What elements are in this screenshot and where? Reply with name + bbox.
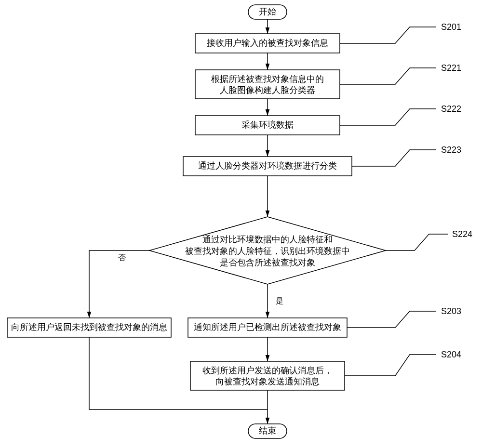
step-not-found: 向所述用户返回未找到被查找对象的消息 (7, 318, 171, 337)
step-s222: 采集环境数据 (195, 116, 340, 135)
flowchart-diagram: 开始 接收用户输入的被查找对象信息 S201 根据所述被查找对象信息中的 人脸图… (0, 0, 482, 448)
no-label: 否 (118, 253, 126, 262)
decision-s224: 通过对比环境数据中的人脸特征和 被查找对象的人脸特征，识别出环境数据中 是否包含… (149, 217, 386, 284)
step-s221: 根据所述被查找对象信息中的 人脸图像构建人脸分类器 (195, 70, 340, 99)
s222-text: 采集环境数据 (241, 120, 294, 130)
s223-label: S223 (441, 145, 461, 155)
callout-s222: S222 (340, 104, 461, 125)
s204-text1: 收到所述用户发送的确认消息后， (202, 366, 333, 375)
s223-text: 通过人脸分类器对环境数据进行分类 (198, 161, 337, 171)
s224-text3: 是否包含所述被查找对象 (220, 258, 315, 267)
callout-s223: S223 (352, 145, 461, 166)
callout-s221: S221 (340, 63, 461, 84)
step-s204: 收到所述用户发送的确认消息后， 向被查找对象发送通知消息 (190, 361, 345, 390)
start-node: 开始 (248, 5, 287, 19)
callout-s224: S224 (386, 229, 472, 250)
end-node: 结束 (248, 424, 287, 438)
step-s203: 通知所述用户已检测出所述被查找对象 (188, 318, 347, 337)
s201-label: S201 (441, 22, 461, 32)
s221-text1: 根据所述被查找对象信息中的 (211, 74, 324, 84)
callout-s204: S204 (345, 350, 461, 376)
callout-s203: S203 (347, 306, 461, 328)
s201-text: 接收用户输入的被查找对象信息 (207, 38, 328, 48)
step-s223: 通过人脸分类器对环境数据进行分类 (183, 157, 352, 176)
not-found-text: 向所述用户返回未找到被查找对象的消息 (11, 322, 167, 332)
s224-text1: 通过对比环境数据中的人脸特征和 (202, 235, 333, 244)
s224-text2: 被查找对象的人脸特征，识别出环境数据中 (185, 246, 350, 256)
s224-label: S224 (452, 229, 472, 239)
yes-label: 是 (276, 297, 283, 305)
s203-text: 通知所述用户已检测出所述被查找对象 (194, 322, 341, 332)
start-label: 开始 (259, 7, 276, 16)
s203-label: S203 (441, 306, 461, 316)
callout-s201: S201 (340, 22, 461, 43)
step-s201: 接收用户输入的被查找对象信息 (195, 34, 340, 53)
s204-text2: 向被查找对象发送通知消息 (215, 377, 320, 386)
s204-label: S204 (441, 350, 461, 359)
s221-text2: 人脸图像构建人脸分类器 (220, 85, 315, 95)
s222-label: S222 (441, 104, 461, 114)
end-label: 结束 (259, 426, 276, 435)
s221-label: S221 (441, 63, 461, 73)
